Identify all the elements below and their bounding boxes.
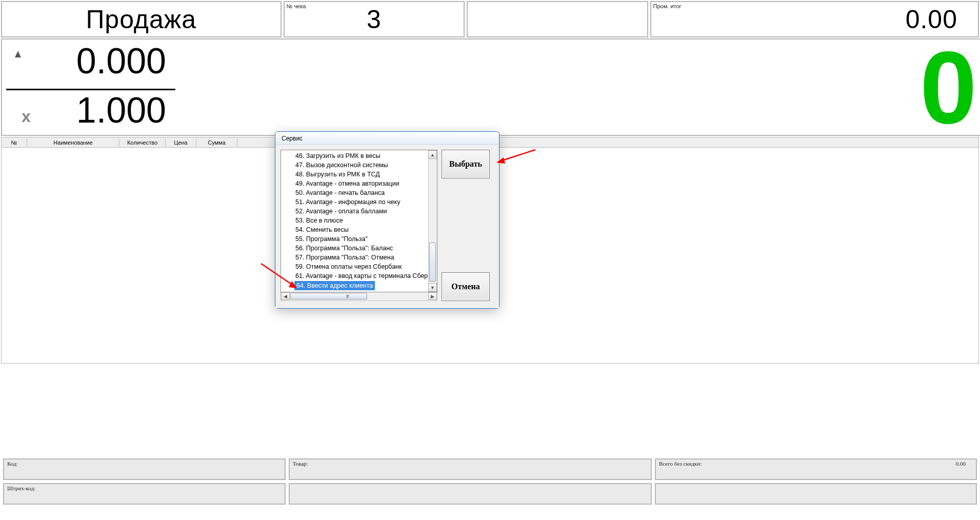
total-label: Всего без скидки:: [659, 461, 702, 478]
col-price[interactable]: Цена: [166, 138, 196, 147]
service-item[interactable]: 46. Загрузить из РМК в весы: [294, 151, 437, 161]
service-item[interactable]: 55. Программа "Польза": [294, 234, 437, 244]
code-field[interactable]: Код:: [3, 458, 286, 480]
qty-block: 0.000 x 1.000: [2, 39, 176, 135]
service-item[interactable]: 51. Avantage - информация по чеку: [294, 197, 437, 207]
scroll-up-icon[interactable]: ▲: [428, 150, 437, 159]
sale-caption: Продажа: [86, 5, 196, 34]
service-item[interactable]: 52. Avantage - оплата баллами: [294, 207, 437, 216]
weight-value: 0.000: [12, 41, 166, 82]
total-value: 0.00: [956, 461, 966, 478]
service-item[interactable]: 53. Все в плюсе: [294, 216, 437, 225]
service-item[interactable]: 64. Ввести адрес клиента: [294, 281, 375, 290]
service-listbox[interactable]: 46. Загрузить из РМК в весы47. Вызов дис…: [281, 150, 437, 292]
dialog-title: Сервис: [275, 132, 499, 145]
line-total-value: 0: [920, 36, 977, 139]
weight-row: 0.000 x 1.000 0: [1, 38, 980, 136]
vertical-thumb[interactable]: [429, 243, 436, 282]
service-dialog: Сервис 46. Загрузить из РМК в весы47. Вы…: [275, 131, 499, 309]
scroll-down-icon[interactable]: ▼: [428, 283, 437, 292]
total-field: Всего без скидки: 0.00: [655, 458, 977, 480]
header-row: Продажа № чека 3 Пром. итог 0.00: [0, 0, 980, 38]
service-item[interactable]: 49. Avantage - отмена авторизации: [294, 179, 437, 188]
header-blank-cell: [467, 1, 648, 37]
bottom-blank-1: [289, 483, 652, 505]
col-sum[interactable]: Сумма: [196, 138, 237, 147]
service-item[interactable]: 50. Avantage - печать баланса: [294, 188, 437, 197]
subtotal-label: Пром. итог: [653, 3, 682, 9]
sale-mode-cell: Продажа: [1, 1, 282, 37]
col-no[interactable]: №: [2, 138, 27, 147]
bottom-panels: Код: Товар: Всего без скидки: 0.00 Штрих…: [0, 458, 980, 505]
service-item[interactable]: 57. Программа "Польза": Отмена: [294, 253, 437, 262]
col-qty[interactable]: Количество: [119, 138, 166, 147]
service-item[interactable]: 54. Сменить весы: [294, 225, 437, 234]
subtotal-value: 0.00: [906, 5, 957, 34]
horizontal-thumb[interactable]: [290, 293, 367, 299]
service-item[interactable]: 47. Вызов дисконтной системы: [294, 161, 437, 170]
service-item[interactable]: 56. Программа "Польза": Баланс: [294, 244, 437, 253]
good-field[interactable]: Товар:: [289, 458, 652, 480]
receipt-label: № чека: [287, 3, 306, 9]
scroll-left-icon[interactable]: ◀: [281, 292, 290, 300]
receipt-number: 3: [367, 5, 382, 34]
cancel-button[interactable]: Отмена: [442, 272, 490, 301]
scroll-right-icon[interactable]: ▶: [428, 292, 437, 300]
service-item[interactable]: 61. Avantage - ввод карты с терминала Сб…: [294, 271, 437, 281]
col-name[interactable]: Наименование: [27, 138, 119, 147]
line-total-block: 0: [176, 39, 980, 135]
bottom-blank-2: [655, 483, 977, 505]
service-item[interactable]: 48. Выгрузить из РМК в ТСД: [294, 170, 437, 179]
multiplier-value: 1.000: [12, 90, 166, 131]
receipt-cell: № чека 3: [284, 1, 465, 37]
barcode-field[interactable]: Штрих-код:: [3, 483, 286, 505]
select-button[interactable]: Выбрать: [442, 150, 490, 178]
service-item[interactable]: 59. Отмена оплаты через Сбербанк: [294, 262, 437, 271]
vertical-scrollbar[interactable]: ▲ ▼: [428, 150, 437, 292]
scrollbar-marker: !!!: [346, 294, 349, 299]
horizontal-scrollbar[interactable]: ◀ !!! ▶: [281, 292, 437, 301]
